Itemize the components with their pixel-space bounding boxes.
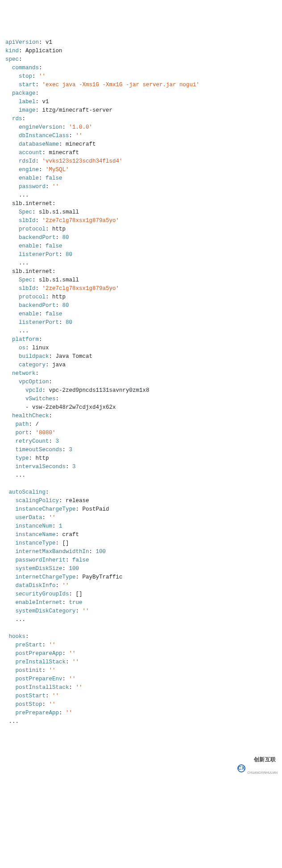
- yaml-value: v1: [46, 39, 52, 46]
- yaml-key: instanceType: [16, 540, 56, 546]
- yaml-value: minecraft: [49, 150, 79, 156]
- yaml-key: engine: [19, 167, 39, 173]
- yaml-value: '1.0.0': [69, 124, 93, 130]
- yaml-key: instanceChargeType: [16, 506, 76, 512]
- yaml-key: scalingPolicy: [16, 498, 59, 504]
- yaml-key: retryCount: [16, 438, 49, 444]
- yaml-value: PayByTraffic: [83, 574, 123, 580]
- yaml-value: http: [36, 455, 49, 461]
- yaml-key: rdsId: [19, 158, 36, 164]
- yaml-value: Application: [25, 48, 62, 54]
- yaml-value: '': [49, 515, 56, 521]
- yaml-value: java: [52, 362, 66, 368]
- yaml-value: 80: [66, 319, 72, 326]
- yaml-key: buildpack: [19, 353, 49, 360]
- yaml-value: slb.s1.small: [39, 209, 79, 215]
- watermark-text-en: CHUANGXINHULIAN: [247, 771, 278, 774]
- yaml-key: enable: [19, 175, 39, 181]
- yaml-key: protocol: [19, 294, 46, 300]
- yaml-key: Spec: [19, 277, 32, 283]
- yaml-key: autoScaling: [9, 489, 46, 495]
- yaml-value: 80: [62, 235, 69, 241]
- yaml-value: '': [69, 676, 76, 682]
- yaml-key: internetChargeType: [16, 574, 76, 580]
- yaml-key: engineVersion: [19, 124, 62, 130]
- yaml-value: 3: [56, 438, 59, 444]
- yaml-key: postInstallStack: [16, 684, 69, 691]
- yaml-value: []: [62, 540, 69, 546]
- yaml-key: vpcOption: [19, 379, 49, 385]
- yaml-key: path: [16, 421, 29, 428]
- yaml-value: '8080': [36, 430, 56, 436]
- yaml-value: false: [46, 311, 62, 317]
- yaml-code-block: apiVersion: v1 kind: Application spec: c…: [5, 38, 277, 726]
- yaml-key: label: [19, 99, 36, 105]
- yaml-value: '': [76, 684, 83, 691]
- yaml-key: healthCheck: [12, 413, 49, 419]
- yaml-key: type: [16, 455, 29, 461]
- yaml-key: databaseName: [19, 141, 59, 147]
- ellipsis: ...: [9, 718, 19, 725]
- yaml-key: hooks: [9, 633, 26, 640]
- yaml-value: '': [76, 133, 83, 139]
- yaml-key: prePrepareApp: [16, 710, 59, 716]
- yaml-value: false: [46, 243, 62, 249]
- yaml-key: network: [12, 370, 36, 377]
- yaml-key: enable: [19, 311, 39, 317]
- yaml-value: 100: [69, 566, 79, 572]
- yaml-key: kind: [5, 48, 19, 54]
- yaml-value: '': [49, 642, 56, 648]
- yaml-key: dataDiskInfo: [16, 583, 56, 589]
- yaml-value: vsw-2zeb48r2w7cdjxd4jx62x: [32, 404, 116, 411]
- yaml-key: slb.internet: [12, 268, 52, 275]
- yaml-key: Spec: [19, 209, 32, 215]
- yaml-value: '': [62, 583, 69, 589]
- yaml-key: start: [19, 82, 36, 88]
- yaml-key: intervalSeconds: [16, 464, 66, 470]
- yaml-value: /: [36, 421, 39, 428]
- yaml-key: slbId: [19, 285, 36, 292]
- yaml-value: 'exec java -Xms1G -Xmx1G -jar server.jar…: [42, 82, 200, 88]
- yaml-value: 3: [69, 447, 73, 453]
- watermark-text-cn: 创新互联: [254, 756, 276, 763]
- yaml-value: false: [72, 557, 89, 563]
- yaml-key: instanceNum: [16, 523, 53, 529]
- ellipsis: ...: [16, 472, 26, 478]
- yaml-key: apiVersion: [5, 39, 39, 46]
- yaml-key: vSwitches: [25, 396, 56, 402]
- yaml-value: slb.s1.small: [39, 277, 79, 283]
- yaml-value: false: [46, 175, 62, 181]
- yaml-key: systemDiskSize: [16, 566, 62, 572]
- yaml-value: linux: [32, 345, 49, 351]
- yaml-value: Java Tomcat: [56, 353, 93, 360]
- yaml-value: v1: [42, 99, 49, 105]
- yaml-key: vpcId: [25, 387, 42, 394]
- yaml-value: 3: [72, 464, 76, 470]
- yaml-key: postinit: [16, 667, 42, 674]
- yaml-key: platform: [12, 336, 39, 343]
- watermark-logo: CX 创新互联 CHUANGXINHULIAN: [237, 748, 278, 789]
- yaml-value: itzg/minecraft-server: [42, 107, 113, 113]
- yaml-key: os: [19, 345, 25, 351]
- yaml-key: package: [12, 90, 36, 96]
- yaml-value: craft: [62, 532, 79, 538]
- ellipsis: ...: [19, 260, 29, 266]
- yaml-key: listenerPort: [19, 319, 59, 326]
- yaml-value: '2ze7clg78xsx1g879a5yo': [42, 218, 120, 224]
- yaml-value: '': [72, 659, 79, 665]
- yaml-key: systemDiskCategory: [16, 608, 76, 614]
- yaml-key: userData: [16, 515, 42, 521]
- yaml-key: stop: [19, 73, 32, 80]
- ellipsis: ...: [19, 192, 29, 198]
- yaml-key: slbId: [19, 218, 36, 224]
- yaml-value: 'vvks123s123scdh34flsd4': [42, 158, 123, 164]
- yaml-key: postPrepareApp: [16, 650, 62, 657]
- yaml-key: image: [19, 107, 36, 113]
- yaml-value: '': [52, 693, 59, 699]
- yaml-key: dbInstanceClass: [19, 133, 69, 139]
- yaml-value: []: [76, 591, 83, 597]
- yaml-value: '': [66, 710, 72, 716]
- yaml-key: listenerPort: [19, 252, 59, 258]
- yaml-key: rds: [12, 116, 22, 122]
- yaml-value: '': [69, 650, 76, 657]
